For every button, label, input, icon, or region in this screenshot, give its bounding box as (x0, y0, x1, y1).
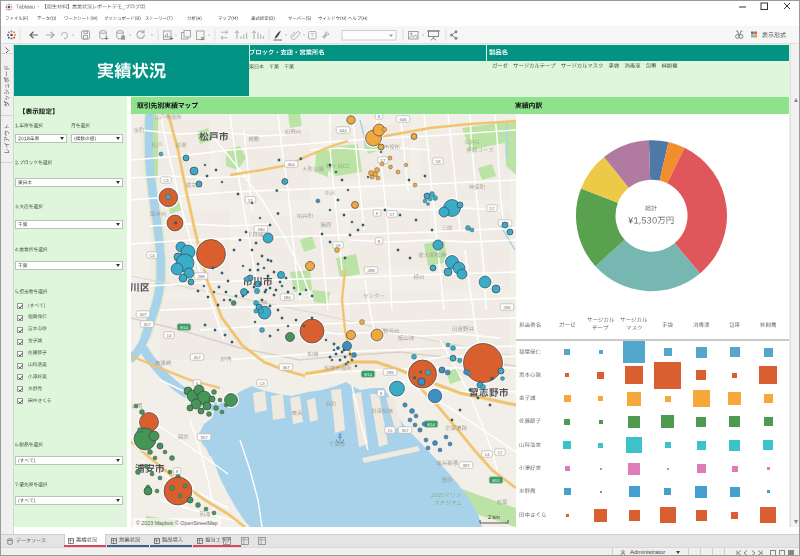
svg-text:×: × (201, 35, 205, 42)
svg-text:367: 367 (282, 365, 290, 370)
svg-text:644: 644 (339, 128, 347, 133)
svg-text:357: 357 (200, 435, 208, 440)
svg-text:T: T (311, 32, 315, 38)
svg-text:E14: E14 (364, 372, 372, 377)
svg-text:296: 296 (386, 370, 394, 375)
svg-text:288: 288 (367, 268, 375, 273)
svg-text:357: 357 (143, 322, 151, 327)
svg-text:357: 357 (401, 428, 409, 433)
svg-text:457: 457 (193, 355, 201, 360)
svg-text:14: 14 (167, 333, 172, 338)
svg-text:2 km: 2 km (488, 514, 500, 520)
svg-text:C3: C3 (259, 381, 265, 386)
svg-text:180: 180 (257, 227, 265, 232)
svg-text:57: 57 (498, 450, 503, 455)
svg-text:57: 57 (490, 206, 495, 211)
svg-text:14: 14 (485, 452, 490, 457)
svg-text:C3: C3 (163, 178, 169, 183)
svg-text:E14: E14 (427, 422, 435, 427)
svg-text:51: 51 (248, 198, 253, 203)
svg-text:397: 397 (462, 463, 470, 468)
svg-text:296: 296 (503, 305, 511, 310)
svg-text:15: 15 (388, 428, 393, 433)
svg-text:307: 307 (139, 312, 147, 317)
svg-text:+: + (105, 35, 109, 42)
svg-text:646: 646 (399, 117, 407, 122)
svg-text:180: 180 (283, 295, 291, 300)
svg-text:59: 59 (436, 159, 441, 164)
svg-text:+: + (170, 35, 174, 42)
svg-text:57: 57 (390, 212, 395, 217)
svg-text:298: 298 (197, 274, 205, 279)
svg-text:464: 464 (287, 162, 295, 167)
svg-text:E51: E51 (492, 478, 500, 483)
svg-text:C4: C4 (149, 253, 155, 258)
svg-text:E14: E14 (180, 325, 188, 330)
svg-text:© 2023 Mapbox © OpenStreetMap: © 2023 Mapbox © OpenStreetMap (136, 520, 218, 526)
svg-text:59: 59 (336, 243, 341, 248)
